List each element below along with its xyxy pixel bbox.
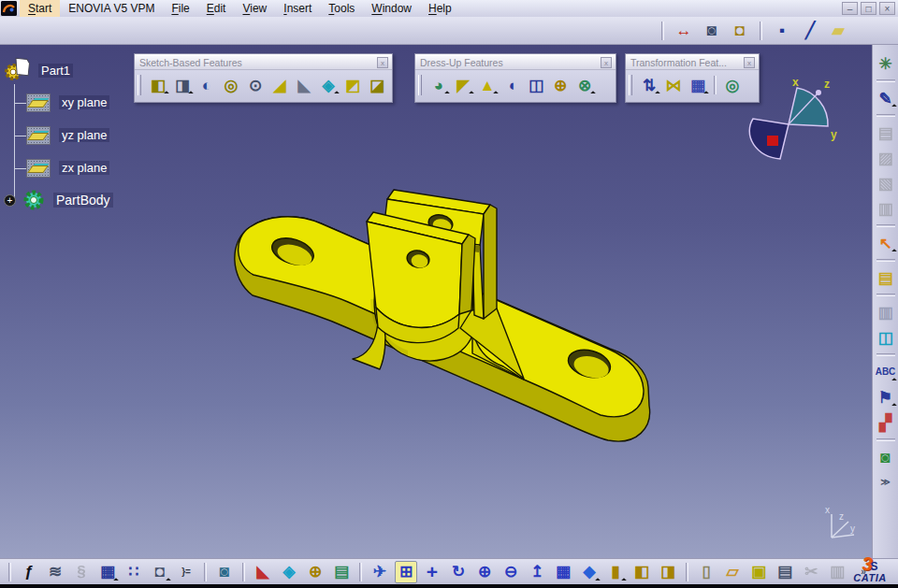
toolbar-drag-handle[interactable] bbox=[629, 75, 632, 95]
multi-view-icon[interactable]: ▦ bbox=[552, 561, 574, 583]
measure-icon[interactable]: ↔ bbox=[673, 20, 695, 42]
normal-view-icon[interactable]: ↥ bbox=[526, 561, 548, 583]
pocket-icon[interactable]: ◨ bbox=[171, 74, 194, 96]
lock-icon[interactable]: ◘ bbox=[149, 561, 171, 583]
edge-fillet-icon[interactable]: ◕ bbox=[427, 74, 450, 96]
close-icon[interactable]: x bbox=[377, 57, 388, 68]
restore-button[interactable]: □ bbox=[861, 2, 876, 15]
menu-tools[interactable]: Tools bbox=[320, 0, 363, 17]
fly-mode-icon[interactable]: ✈ bbox=[369, 561, 391, 583]
stiffener-icon[interactable]: ◩ bbox=[341, 74, 364, 96]
menu-file[interactable]: File bbox=[163, 0, 197, 17]
scaling-icon[interactable]: ◎ bbox=[721, 74, 744, 96]
toolbar-drag-handle[interactable] bbox=[138, 75, 141, 95]
environment-map-icon[interactable]: ◈ bbox=[278, 561, 300, 583]
tree-item-yz-plane[interactable]: yz plane bbox=[26, 119, 113, 151]
fit-all-in-icon[interactable]: ⊞ bbox=[395, 561, 417, 583]
groove-icon[interactable]: ◎ bbox=[220, 74, 242, 96]
tree-item-xy-plane[interactable]: xy plane bbox=[26, 86, 113, 119]
menu-insert[interactable]: Insert bbox=[275, 0, 320, 17]
hide-show-icon[interactable]: ◧ bbox=[630, 561, 653, 583]
zoom-in-icon[interactable]: ⊕ bbox=[473, 561, 496, 583]
menu-window[interactable]: Window bbox=[363, 0, 420, 17]
comment-icon[interactable]: ≋ bbox=[44, 561, 66, 583]
solid-combine-icon[interactable]: ◈ bbox=[317, 74, 340, 96]
chamfer-icon[interactable]: ◤ bbox=[452, 74, 474, 96]
plane-surface-icon[interactable]: ▰ bbox=[827, 20, 849, 42]
expand-icon[interactable]: + bbox=[4, 194, 16, 207]
surface-tool-icon-2[interactable]: ▨ bbox=[875, 147, 897, 169]
new-document-icon[interactable]: ▯ bbox=[695, 561, 717, 583]
draft-angle-icon[interactable]: ▲ bbox=[476, 74, 499, 96]
rib-icon[interactable]: ◢ bbox=[268, 74, 291, 96]
menu-view[interactable]: View bbox=[234, 0, 275, 17]
swap-visible-space-icon[interactable]: ◨ bbox=[657, 561, 679, 583]
toolbar-drag-handle[interactable] bbox=[418, 75, 422, 95]
knowledge-lock-icon[interactable]: § bbox=[70, 561, 93, 583]
tree-item-partbody[interactable]: + PartBody bbox=[4, 184, 113, 216]
mass-properties-icon[interactable]: ◘ bbox=[729, 20, 751, 42]
render-style-icon[interactable]: ▮ bbox=[604, 561, 627, 583]
surface-tool-icon-1[interactable]: ▤ bbox=[875, 122, 897, 144]
paint-icon[interactable]: ◣ bbox=[252, 561, 274, 583]
part-design-workbench-icon[interactable]: ✳ bbox=[875, 52, 897, 75]
toolbar-title-bar[interactable]: Transformation Feat... x bbox=[626, 54, 759, 70]
zoom-out-icon[interactable]: ⊖ bbox=[500, 561, 522, 583]
flag-note-icon[interactable]: ⚑ bbox=[875, 386, 897, 409]
minimize-button[interactable]: – bbox=[842, 2, 858, 15]
constraints-dialog-icon[interactable]: ▥ bbox=[875, 301, 897, 323]
close-icon[interactable]: x bbox=[601, 57, 612, 68]
rectangular-pattern-icon[interactable]: ▦ bbox=[687, 74, 709, 96]
select-icon[interactable]: ↖ bbox=[875, 232, 897, 254]
knowledge-template-icon[interactable]: ∷ bbox=[123, 561, 145, 583]
surface-tool-icon-4[interactable]: ▥ bbox=[875, 197, 897, 220]
constraint-icon[interactable]: ◫ bbox=[875, 326, 897, 349]
target-icon[interactable]: ⊕ bbox=[304, 561, 326, 583]
menu-edit[interactable]: Edit bbox=[198, 0, 235, 17]
equivalent-dimensions-icon[interactable]: }= bbox=[175, 561, 197, 583]
sketcher-icon[interactable]: ✎ bbox=[875, 87, 897, 109]
menu-enovia-v5-vpm[interactable]: ENOVIA V5 VPM bbox=[60, 0, 163, 17]
close-icon[interactable]: x bbox=[744, 57, 755, 68]
text-with-leader-icon[interactable]: ABC bbox=[875, 361, 897, 383]
print-icon[interactable]: ▤ bbox=[774, 561, 796, 583]
slot-icon[interactable]: ◣ bbox=[293, 74, 315, 96]
close-button[interactable]: × bbox=[879, 2, 895, 15]
cut-icon[interactable]: ✂ bbox=[800, 561, 822, 583]
save-icon[interactable]: ▣ bbox=[747, 561, 770, 583]
menu-help[interactable]: Help bbox=[420, 0, 460, 17]
materials-icon[interactable]: ▤ bbox=[330, 561, 353, 583]
rotate-icon[interactable]: ↻ bbox=[447, 561, 470, 583]
line-icon[interactable]: ╱ bbox=[799, 20, 821, 42]
isometric-view-icon[interactable]: ◆ bbox=[578, 561, 601, 583]
pan-icon[interactable]: + bbox=[421, 561, 443, 583]
render-frame-icon[interactable]: ◙ bbox=[213, 561, 236, 583]
toolbar-title-bar[interactable]: Sketch-Based Features x bbox=[135, 54, 392, 70]
translation-icon[interactable]: ⇅ bbox=[638, 74, 660, 96]
remove-face-icon[interactable]: ⊗ bbox=[573, 74, 596, 96]
design-table-icon[interactable]: ▦ bbox=[96, 561, 119, 583]
shell-icon[interactable]: ◖ bbox=[500, 74, 523, 96]
app-icon[interactable] bbox=[1, 1, 17, 16]
surface-tool-icon-3[interactable]: ▧ bbox=[875, 172, 897, 194]
tree-item-zx-plane[interactable]: zx plane bbox=[26, 151, 113, 184]
tree-item-part1[interactable]: Part1 bbox=[4, 54, 113, 86]
viewport-3d[interactable]: x z y x z y Part1 bbox=[0, 45, 872, 558]
open-icon[interactable]: ▱ bbox=[721, 561, 744, 583]
more-tools-chevron[interactable]: ≫ bbox=[875, 471, 897, 494]
shaft-icon[interactable]: ◐ bbox=[196, 74, 218, 96]
point-icon[interactable]: ▪ bbox=[771, 20, 793, 42]
apply-material-icon[interactable]: ◙ bbox=[875, 446, 897, 468]
annotation-stamp-icon[interactable]: ▞ bbox=[875, 411, 897, 434]
thickness-icon[interactable]: ◫ bbox=[525, 74, 547, 96]
toolbar-title-bar[interactable]: Dress-Up Features x bbox=[415, 54, 616, 70]
mirror-icon[interactable]: ⋈ bbox=[662, 74, 685, 96]
render-tools-icon[interactable]: ◙ bbox=[701, 20, 723, 42]
multi-sections-solid-icon[interactable]: ◪ bbox=[366, 74, 388, 96]
formula-icon[interactable]: ƒ bbox=[18, 561, 40, 583]
menu-start[interactable]: Start bbox=[20, 0, 60, 17]
catalog-browser-icon[interactable]: ▤ bbox=[875, 266, 897, 289]
hole-icon[interactable]: ⊙ bbox=[244, 74, 267, 96]
pad-icon[interactable]: ◧ bbox=[147, 74, 169, 96]
tap-thread-icon[interactable]: ⊕ bbox=[549, 74, 572, 96]
